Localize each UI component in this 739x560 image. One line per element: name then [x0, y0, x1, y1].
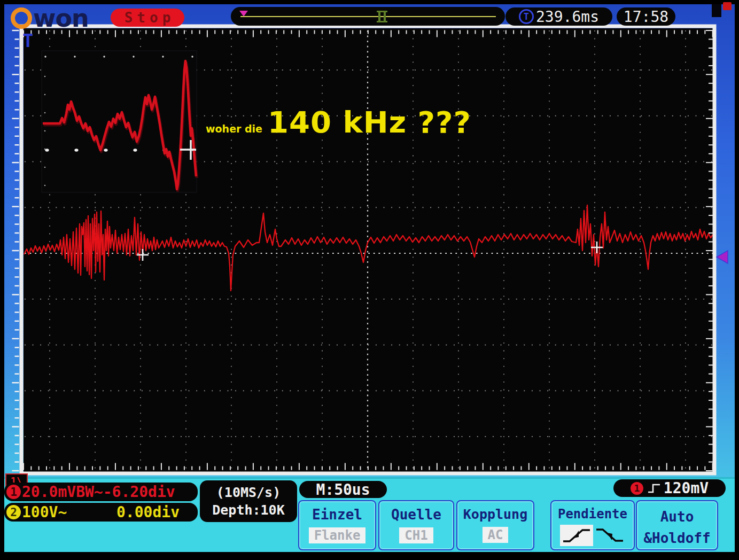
clock-readout: 17:58 [617, 7, 675, 26]
oscilloscope-display: T [0, 0, 739, 560]
menu-auto-label: Auto [660, 509, 694, 525]
trigger-delay-value: 239.6ms [536, 8, 599, 26]
trigger-position-line [240, 16, 496, 17]
menu-button-auto-holdoff[interactable]: Auto &Holdoff [636, 500, 718, 550]
ch1-badge: 1 [6, 485, 21, 499]
trigger-delay-readout: T 239.6ms [505, 7, 612, 26]
acquisition-readout: (10MS/s) Depth:10K [200, 480, 297, 522]
falling-slope-icon[interactable] [595, 525, 625, 546]
stop-button[interactable]: Stop [111, 9, 184, 27]
owon-logo-text: won [33, 8, 89, 28]
trigger-window-mark-left-icon [378, 11, 380, 22]
menu-button-quelle[interactable]: Quelle CH1 [378, 500, 454, 550]
ch1-offset: -6.20div [103, 483, 175, 501]
rising-edge-icon [647, 482, 661, 495]
ch1-coupling: BW~ [76, 483, 103, 501]
annotation-small-text: woher die [206, 123, 262, 135]
trigger-position-marker-icon [239, 11, 248, 17]
memory-depth: Depth:10K [212, 502, 284, 518]
menu-einzel-label: Einzel [312, 507, 362, 523]
svg-text:T: T [22, 30, 33, 51]
user-annotation: woher die 140 kHz ??? [206, 105, 471, 139]
ch1-status-readout: 1 20.0mV BW~ -6.20div [4, 483, 198, 501]
menu-button-pendiente[interactable]: Pendiente [550, 500, 635, 550]
menu-pendiente-label: Pendiente [558, 507, 627, 522]
trigger-window-mark-right-icon [384, 11, 386, 22]
timebase-readout: M:50us [299, 481, 387, 498]
ch1-vdiv: 20.0mV [22, 483, 76, 501]
ch2-offset: 0.00div [116, 503, 180, 521]
rising-slope-icon [561, 525, 592, 546]
topbar-notch [712, 4, 721, 17]
menu-quelle-value: CH1 [399, 527, 433, 543]
sample-rate: (10MS/s) [216, 485, 281, 500]
trigger-level-readout: 1 120mV [613, 479, 726, 497]
storage-indicator-icon [723, 2, 732, 10]
menu-button-einzel[interactable]: Einzel Flanke [298, 500, 376, 550]
menu-auto-label2: &Holdoff [643, 530, 710, 546]
ch2-vdiv: 100V~ [22, 503, 67, 521]
trigger-level-value: 120mV [664, 479, 709, 497]
trigger-t-icon: T [519, 9, 534, 24]
trigger-position-bar[interactable] [231, 7, 505, 26]
menu-button-kopplung[interactable]: Kopplung AC [456, 500, 534, 550]
owon-logo-o-icon [11, 7, 32, 29]
menu-kopplung-value: AC [483, 527, 509, 543]
trigger-source-badge: 1 [631, 482, 643, 495]
owon-logo: won [11, 7, 89, 29]
annotation-big-text: 140 kHz ??? [268, 105, 471, 139]
rising-slope-selected-box[interactable] [560, 525, 593, 546]
menu-kopplung-label: Kopplung [463, 507, 527, 522]
ch2-status-readout: 2 100V~ 0.00div [4, 503, 198, 522]
ch2-badge: 2 [6, 505, 21, 519]
menu-einzel-value: Flanke [309, 527, 366, 543]
menu-quelle-label: Quelle [391, 507, 441, 523]
